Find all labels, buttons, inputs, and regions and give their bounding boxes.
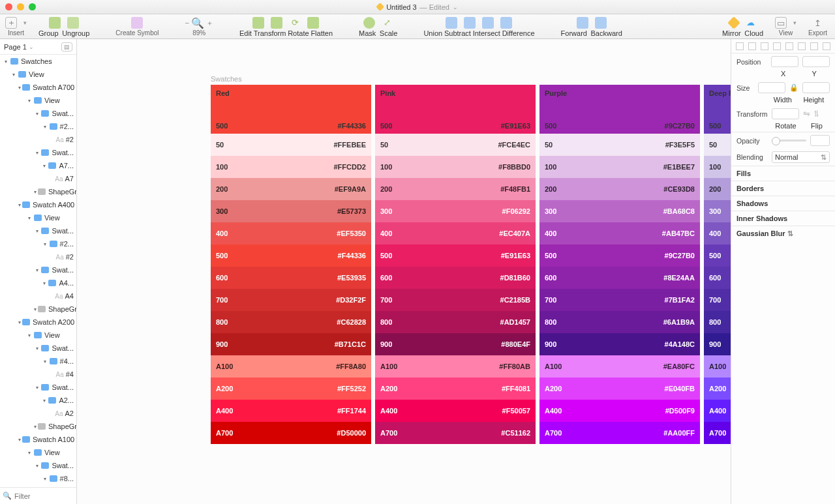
layer-item[interactable]: ▾A2...	[0, 394, 76, 407]
color-header[interactable]: Purple500#9C27B0	[539, 85, 700, 134]
swatch-row[interactable]: 800#AD1457	[375, 311, 536, 333]
insert-icon[interactable]: ＋	[5, 17, 17, 29]
swatch-row[interactable]: 600#E53935	[211, 267, 371, 289]
color-header[interactable]: Deep Purple500	[704, 85, 731, 134]
swatch-row[interactable]: A200#FF5252	[211, 378, 371, 400]
width-input[interactable]	[758, 82, 785, 93]
canvas[interactable]: Swatches Red500#F4433650#FFEBEE100#FFCDD…	[77, 39, 731, 504]
swatch-row[interactable]: 200#EF9A9A	[211, 178, 371, 200]
rotate-input[interactable]	[772, 108, 799, 119]
swatch-row[interactable]: 500	[704, 245, 731, 267]
swatch-row[interactable]: 700	[704, 289, 731, 311]
layer-item[interactable]: Aa#4	[0, 368, 76, 381]
swatch-row[interactable]: A400	[704, 400, 731, 422]
zoom-window-icon[interactable]	[29, 3, 36, 10]
swatch-row[interactable]: 50	[704, 134, 731, 156]
shadows-section[interactable]: Shadows	[731, 196, 835, 211]
swatch-row[interactable]: 700#D32F2F	[211, 289, 371, 311]
layer-item[interactable]: ▾ShapeGr...	[0, 303, 76, 316]
swatch-row[interactable]: 400	[704, 222, 731, 245]
layer-item[interactable]: ▾Swatch A100	[0, 433, 76, 446]
layer-item[interactable]: ▾View	[0, 211, 76, 224]
swatch-row[interactable]: 300#BA68C8	[539, 200, 700, 222]
artboard-label[interactable]: Swatches	[211, 75, 242, 83]
swatch-row[interactable]: 900	[704, 333, 731, 355]
swatch-row[interactable]: A700#D50000	[211, 422, 371, 444]
layer-item[interactable]: ▾#2...	[0, 120, 76, 133]
swatch-row[interactable]: 600#8E24AA	[539, 267, 700, 289]
swatch-row[interactable]: 600#D81B60	[375, 267, 536, 289]
position-x-input[interactable]	[771, 56, 798, 67]
swatch-row[interactable]: A100#FF80AB	[375, 355, 536, 378]
swatch-row[interactable]: 50#FCE4EC	[375, 134, 536, 156]
blending-select[interactable]: Normal⇅	[772, 151, 830, 163]
swatch-row[interactable]: 300	[704, 200, 731, 222]
layer-item[interactable]: ▾A4...	[0, 276, 76, 289]
layer-item[interactable]: Aa#2	[0, 133, 76, 146]
layer-item[interactable]: ▾Swat...	[0, 381, 76, 394]
fills-section[interactable]: Fills	[731, 166, 835, 181]
swatch-row[interactable]: 500#F44336	[211, 245, 371, 267]
swatch-row[interactable]: 100#F8BBD0	[375, 156, 536, 178]
layer-item[interactable]: ▾Swatches	[0, 55, 76, 68]
swatch-row[interactable]: 600	[704, 267, 731, 289]
cloud-icon[interactable]: ☁	[745, 17, 757, 29]
swatch-row[interactable]: 900#B71C1C	[211, 333, 371, 355]
swatch-row[interactable]: 300#F06292	[375, 200, 536, 222]
align-toolbar[interactable]	[731, 39, 835, 53]
position-y-input[interactable]	[802, 56, 830, 67]
layer-item[interactable]: ▾A7...	[0, 159, 76, 172]
edit-icon[interactable]	[252, 17, 264, 29]
borders-section[interactable]: Borders	[731, 181, 835, 196]
color-header[interactable]: Pink500#E91E63	[375, 85, 536, 134]
swatch-row[interactable]: 900#880E4F	[375, 333, 536, 355]
swatch-row[interactable]: A200#E040FB	[539, 378, 700, 400]
swatch-row[interactable]: 800#6A1B9A	[539, 311, 700, 333]
layer-item[interactable]: ▾Swatch A700	[0, 81, 76, 94]
layer-item[interactable]: ▾Swat...	[0, 459, 76, 472]
swatch-row[interactable]: 100#FFCDD2	[211, 156, 371, 178]
difference-icon[interactable]	[500, 17, 512, 29]
opacity-input[interactable]	[810, 135, 830, 146]
swatch-row[interactable]: 900#4A148C	[539, 333, 700, 355]
zoom-control[interactable]: −🔍＋	[185, 17, 213, 29]
layer-item[interactable]: ▾#2...	[0, 237, 76, 250]
layer-item[interactable]: ▾Swat...	[0, 342, 76, 355]
swatch-row[interactable]: 50#F3E5F5	[539, 134, 700, 156]
transform-icon[interactable]	[271, 17, 282, 29]
layer-item[interactable]: ▾Swat...	[0, 263, 76, 276]
layer-item[interactable]: ▾Swat...	[0, 146, 76, 159]
group-icon[interactable]	[49, 17, 61, 29]
view-icon[interactable]: ▭	[775, 17, 787, 29]
height-input[interactable]	[802, 82, 830, 93]
backward-icon[interactable]	[595, 17, 607, 29]
swatch-row[interactable]: 800	[704, 311, 731, 333]
layer-item[interactable]: ▾ShapeGr...	[0, 185, 76, 198]
flatten-icon[interactable]	[307, 17, 319, 29]
swatch-row[interactable]: 500#9C27B0	[539, 245, 700, 267]
window-status[interactable]: — Edited	[420, 3, 449, 11]
swatch-row[interactable]: A700#AA00FF	[539, 422, 700, 444]
layer-item[interactable]: ▾#8...	[0, 472, 76, 485]
scale-icon[interactable]: ⤢	[382, 17, 393, 29]
layer-item[interactable]: ▾View	[0, 94, 76, 107]
subtract-icon[interactable]	[464, 17, 476, 29]
swatch-row[interactable]: A200#FF4081	[375, 378, 536, 400]
page-selector[interactable]: Page 1⌄ ▤	[0, 39, 76, 55]
layer-item[interactable]: Aa#2	[0, 250, 76, 263]
swatch-row[interactable]: 400#EC407A	[375, 222, 536, 245]
layer-item[interactable]: AaA7	[0, 172, 76, 185]
layer-item[interactable]: ▾Swat...	[0, 107, 76, 120]
swatch-row[interactable]: 700#C2185B	[375, 289, 536, 311]
swatch-row[interactable]: 300#E57373	[211, 200, 371, 222]
mirror-icon[interactable]	[727, 16, 740, 29]
swatch-row[interactable]: 200	[704, 178, 731, 200]
intersect-icon[interactable]	[482, 17, 494, 29]
ungroup-icon[interactable]	[67, 17, 79, 29]
create-symbol-icon[interactable]	[131, 17, 143, 29]
mask-icon[interactable]	[363, 17, 375, 29]
forward-icon[interactable]	[577, 17, 588, 29]
swatch-row[interactable]: A400#FF1744	[211, 400, 371, 422]
swatch-row[interactable]: A700#C51162	[375, 422, 536, 444]
swatch-row[interactable]: 500#E91E63	[375, 245, 536, 267]
